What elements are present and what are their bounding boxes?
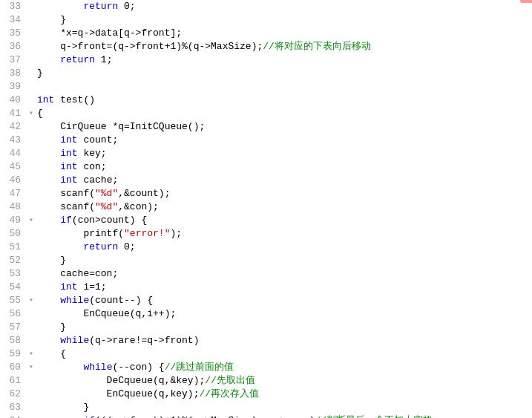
code-line[interactable]: 37 return 1; <box>0 53 532 67</box>
code-line[interactable]: 58 while(q->rare!=q->front) <box>0 334 532 347</box>
code-line[interactable]: 46 int cache; <box>0 174 532 187</box>
code-line[interactable]: 50 printf("error!"); <box>0 227 532 241</box>
line-number: 43 <box>0 134 27 147</box>
code-content: int i=1; <box>36 281 532 294</box>
code-line[interactable]: 45 int con; <box>0 160 532 174</box>
code-content: } <box>36 254 532 267</box>
code-content: if(((q->front)+1)%(q->MaxSize)==q->rare)… <box>36 414 532 418</box>
code-line[interactable]: 40int test() <box>0 94 532 107</box>
code-content: } <box>36 13 532 27</box>
line-number: 35 <box>0 27 27 40</box>
line-number: 41 <box>0 107 27 120</box>
line-number: 50 <box>0 227 27 241</box>
code-content: int cache; <box>36 174 532 187</box>
line-number: 55 <box>0 294 27 307</box>
code-content: cache=con; <box>36 267 532 281</box>
code-line[interactable]: 51 return 0; <box>0 241 532 254</box>
line-number: 34 <box>0 13 27 27</box>
line-number: 42 <box>0 120 27 134</box>
code-content: { <box>36 347 532 361</box>
code-line[interactable]: 53 cache=con; <box>0 267 532 281</box>
code-line[interactable]: 36 q->front=(q->front+1)%(q->MaxSize);//… <box>0 40 532 53</box>
code-content: return 0; <box>36 241 532 254</box>
code-content: { <box>36 107 532 120</box>
code-line[interactable]: 41▾{ <box>0 107 532 120</box>
line-number: 60 <box>0 361 27 374</box>
line-number: 61 <box>0 374 27 388</box>
code-content: if(con>count) { <box>36 214 532 227</box>
code-content: EnCqueue(q,key);//再次存入值 <box>36 388 532 401</box>
line-number: 49 <box>0 214 27 227</box>
code-line[interactable]: 64 if(((q->front)+1)%(q->MaxSize)==q->ra… <box>0 414 532 418</box>
code-content: printf("error!"); <box>36 227 532 241</box>
code-area[interactable]: 33 return 0;34 }35 *x=q->data[q->front];… <box>0 0 532 418</box>
line-number: 64 <box>0 414 27 418</box>
line-number: 45 <box>0 160 27 174</box>
code-line[interactable]: 48 scanf("%d",&con); <box>0 200 532 214</box>
code-line[interactable]: 57 } <box>0 321 532 334</box>
code-content: *x=q->data[q->front]; <box>36 27 532 40</box>
code-line[interactable]: 43 int count; <box>0 134 532 147</box>
fold-indicator[interactable]: ▾ <box>27 347 36 361</box>
code-line[interactable]: 39 <box>0 80 532 94</box>
code-line[interactable]: 60▾ while(--con) {//跳过前面的值 <box>0 361 532 374</box>
code-line[interactable]: 56 EnCqueue(q,i++); <box>0 307 532 321</box>
code-content: DeCqueue(q,&key);//先取出值 <box>36 374 532 388</box>
line-number: 54 <box>0 281 27 294</box>
line-number: 62 <box>0 388 27 401</box>
code-content: while(--con) {//跳过前面的值 <box>36 361 532 374</box>
code-line[interactable]: 54 int i=1; <box>0 281 532 294</box>
fold-indicator[interactable]: ▾ <box>27 361 36 374</box>
editor-container: 33 return 0;34 }35 *x=q->data[q->front];… <box>0 0 532 418</box>
timer-badge <box>520 0 532 3</box>
code-line[interactable]: 38} <box>0 67 532 80</box>
code-line[interactable]: 34 } <box>0 13 532 27</box>
line-number: 58 <box>0 334 27 347</box>
code-content: while(q->rare!=q->front) <box>36 334 532 347</box>
line-number: 33 <box>0 0 27 13</box>
fold-indicator[interactable]: ▾ <box>27 107 36 120</box>
fold-indicator[interactable]: ▾ <box>27 214 36 227</box>
code-content: CirQueue *q=InitCQueue(); <box>36 120 532 134</box>
code-content: } <box>36 401 532 414</box>
code-content: int con; <box>36 160 532 174</box>
line-number: 36 <box>0 40 27 53</box>
line-number: 44 <box>0 147 27 160</box>
code-content: while(count--) { <box>36 294 532 307</box>
line-number: 57 <box>0 321 27 334</box>
code-content: int test() <box>36 94 532 107</box>
line-number: 51 <box>0 241 27 254</box>
line-number: 52 <box>0 254 27 267</box>
line-number: 37 <box>0 53 27 67</box>
line-number: 46 <box>0 174 27 187</box>
code-line[interactable]: 63 } <box>0 401 532 414</box>
code-content: scanf("%d",&con); <box>36 200 532 214</box>
code-content: } <box>36 67 532 80</box>
code-line[interactable]: 59▾ { <box>0 347 532 361</box>
code-content: q->front=(q->front+1)%(q->MaxSize);//将对应… <box>36 40 532 53</box>
line-number: 48 <box>0 200 27 214</box>
code-line[interactable]: 62 EnCqueue(q,key);//再次存入值 <box>0 388 532 401</box>
code-content: int key; <box>36 147 532 160</box>
code-line[interactable]: 44 int key; <box>0 147 532 160</box>
line-number: 40 <box>0 94 27 107</box>
code-line[interactable]: 55▾ while(count--) { <box>0 294 532 307</box>
code-content: return 0; <box>36 0 532 13</box>
fold-indicator[interactable]: ▾ <box>27 294 36 307</box>
code-line[interactable]: 52 } <box>0 254 532 267</box>
code-line[interactable]: 47 scanf("%d",&count); <box>0 187 532 200</box>
code-line[interactable]: 35 *x=q->data[q->front]; <box>0 27 532 40</box>
line-number: 38 <box>0 67 27 80</box>
code-line[interactable]: 42 CirQueue *q=InitCQueue(); <box>0 120 532 134</box>
code-line[interactable]: 33 return 0; <box>0 0 532 13</box>
line-number: 59 <box>0 347 27 361</box>
line-number: 63 <box>0 401 27 414</box>
line-number: 39 <box>0 80 27 94</box>
code-content: scanf("%d",&count); <box>36 187 532 200</box>
code-content: EnCqueue(q,i++); <box>36 307 532 321</box>
code-line[interactable]: 49▾ if(con>count) { <box>0 214 532 227</box>
code-content: return 1; <box>36 53 532 67</box>
line-number: 47 <box>0 187 27 200</box>
line-number: 53 <box>0 267 27 281</box>
code-line[interactable]: 61 DeCqueue(q,&key);//先取出值 <box>0 374 532 388</box>
